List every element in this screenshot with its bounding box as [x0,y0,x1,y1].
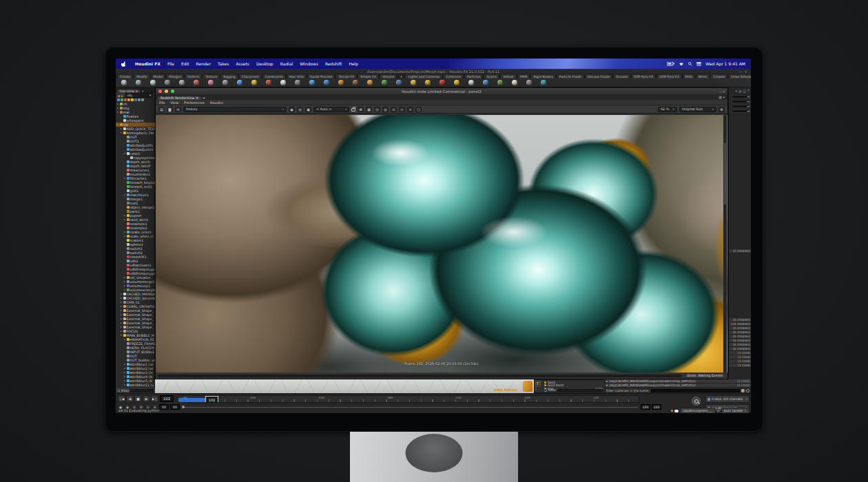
jump-start-button[interactable]: ❘◀ [118,395,125,402]
shelf-tool-icon[interactable] [541,80,546,85]
expand-arrow-icon[interactable]: ▸ [124,371,126,374]
shelf-tool-icon[interactable] [194,80,199,85]
expand-arrow-icon[interactable]: ▸ [121,313,123,316]
connector-icon[interactable]: ⊶ [747,109,750,113]
menubar-clock[interactable]: Wed Apr 1 9:41 AM [705,61,745,66]
material-filter-input[interactable] [651,389,740,392]
shelf-tool-icon[interactable] [468,80,474,85]
open-file-button[interactable]: ▤ [158,107,165,112]
expand-arrow-icon[interactable]: ▸ [124,276,126,279]
shelf-tab[interactable]: SOP Pyro FX [631,74,656,78]
network-editor[interactable]: Indie Edition [155,379,534,393]
add-tab-button[interactable]: + [203,96,205,100]
parameter-field[interactable]: ⊶ [732,105,750,108]
apple-menu-icon[interactable] [121,61,127,67]
shelf-tab[interactable]: Create [117,74,133,78]
shelf-tool-icon[interactable] [237,80,242,85]
palette-dark-icon[interactable] [535,386,537,390]
expand-button[interactable]: ◇ [399,107,405,112]
display-flag-icon[interactable] [124,98,127,101]
gear-icon[interactable]: ⚙ [719,107,725,112]
shelf-tool-icon[interactable] [208,80,214,85]
ring-icon[interactable] [746,389,750,392]
info-icon[interactable]: ⓘ [743,89,746,94]
focus-button[interactable]: ⊙ [391,107,397,112]
display-flag-icon[interactable] [134,98,137,101]
shelf-tool-icon[interactable] [526,80,532,85]
keys-channels-dropdown[interactable]: 0 keys, 0/0 channels▾ [705,395,750,403]
shelf-tab[interactable]: Particle Fluids [557,74,584,78]
display-flag-icon[interactable] [131,98,134,101]
battery-icon[interactable] [667,62,674,66]
aov-dropdown[interactable]: beauty▾ [183,107,287,112]
compare-button[interactable]: ▢ [415,107,422,112]
shelf-tool-icon[interactable] [512,80,517,85]
lock-icon[interactable] [351,108,355,112]
connector-icon[interactable]: ⊶ [747,95,750,98]
playback-start-field[interactable]: 88 [170,404,180,410]
expand-arrow-icon[interactable]: ▸ [606,384,608,387]
shelf-tab[interactable]: Characters [239,74,262,78]
shelf-tool-icon[interactable] [411,80,416,85]
shelf-tab[interactable]: DOP Pyro FX [657,74,682,78]
expand-arrow-icon[interactable]: ▸ [124,284,126,287]
expand-arrow-icon[interactable]: ▸ [124,289,126,291]
help-icon[interactable]: ? [747,89,750,94]
tree-path-field[interactable]: obj▾ [125,93,153,98]
control-center-icon[interactable] [696,62,701,66]
shelf-tab[interactable]: Crowds [710,74,727,78]
shelf-tab[interactable]: Polygon [166,74,184,78]
shelf-tool-icon[interactable] [483,80,488,85]
menu-item[interactable]: View [170,101,178,105]
shelf-tool-icon[interactable] [223,80,228,85]
window-titlebar[interactable]: Houdini Indie Limited-Commercial - panel… [156,88,727,94]
clock-button[interactable]: ◷ [374,107,380,112]
range-slider[interactable] [182,407,638,408]
expand-arrow-icon[interactable]: ▸ [124,231,126,233]
expand-arrow-icon[interactable]: ▸ [121,322,123,324]
shelf-tool-icon[interactable] [179,80,185,85]
expand-arrow-icon[interactable]: ▸ [121,305,123,308]
expand-arrow-icon[interactable]: ▾ [117,123,119,126]
zoom-level-field[interactable]: 62 %⇕ [658,107,677,112]
shelf-tool-icon[interactable] [165,80,170,85]
expand-arrow-icon[interactable]: ▸ [121,309,123,312]
global-end-field[interactable]: 288 [652,404,661,410]
shelf-tab[interactable]: Rigid Bodies [530,74,555,78]
wifi-icon[interactable] [679,62,684,66]
range-slider-handle[interactable] [182,406,185,408]
expand-arrow-icon[interactable]: ▸ [124,218,126,221]
menubar-item[interactable]: Radial [277,61,297,66]
forward-arrow-icon[interactable]: ▶ [121,94,124,98]
shelf-tab[interactable]: Modify [134,74,149,78]
display-flag-icon[interactable] [121,98,123,101]
expand-arrow-icon[interactable]: ▾ [121,132,123,134]
shelf-tool-icon[interactable] [121,80,127,85]
shelf-tool-icon[interactable] [136,80,141,85]
shelf-tool-icon[interactable] [338,80,344,85]
refresh-button[interactable]: ⟳ [175,107,181,112]
filter-input[interactable] [557,389,603,392]
auto-mode-dropdown[interactable]: < Auto >▾ [313,107,349,112]
shelf-tab[interactable]: Particles [464,74,483,78]
expand-arrow-icon[interactable]: ▸ [606,379,608,383]
display-flag-icon[interactable] [117,98,120,101]
menubar-item[interactable]: Desktop [253,61,277,66]
jump-end-button[interactable]: ▶❘ [151,395,158,402]
menubar-item[interactable]: Takes [214,61,232,66]
expand-arrow-icon[interactable]: ▸ [124,280,126,283]
playback-end-field[interactable]: 288 [641,404,650,410]
shelf-tool-icon[interactable] [324,80,329,85]
magnifier-icon[interactable]: ◎ [738,89,741,94]
expand-arrow-icon[interactable]: ▸ [121,317,123,320]
stop-button[interactable]: ■ [134,395,142,402]
parameter-field[interactable]: ⊶ [732,95,750,98]
global-start-field[interactable]: 88 [159,404,169,410]
expand-arrow-icon[interactable]: ▸ [121,293,123,295]
play-forward-button[interactable]: ▶ [143,395,150,402]
shelf-tab[interactable]: Constraints [262,74,286,78]
refresh-icon[interactable]: ⟳ [717,409,720,413]
back-arrow-icon[interactable]: ◀ [117,94,120,98]
render-scrollbar[interactable] [723,115,727,373]
menubar-app-name[interactable]: Houdini FX [132,61,164,66]
